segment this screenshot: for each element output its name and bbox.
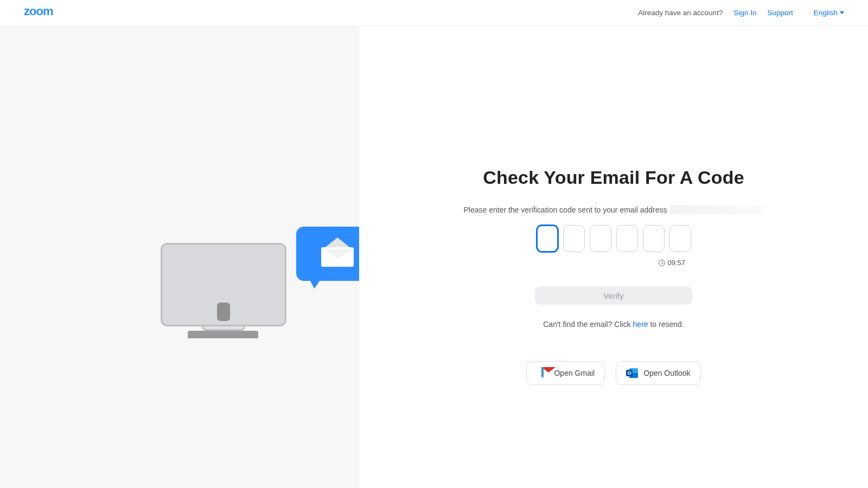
- outlook-icon: O: [626, 368, 638, 378]
- monitor-button-icon: [217, 303, 230, 321]
- svg-text:zoom: zoom: [24, 5, 53, 17]
- open-outlook-label: Open Outlook: [643, 369, 690, 377]
- code-input-5[interactable]: [643, 225, 665, 252]
- sign-in-link[interactable]: Sign In: [733, 9, 756, 17]
- code-input-2[interactable]: [563, 225, 585, 252]
- monitor-base-icon: [188, 331, 258, 338]
- language-label: English: [814, 9, 838, 17]
- page-title: Check Your Email For A Code: [462, 167, 765, 188]
- already-account-text: Already have an account?: [638, 9, 723, 17]
- resend-link[interactable]: here: [633, 320, 648, 329]
- gmail-icon: [537, 368, 548, 378]
- code-input-4[interactable]: [616, 225, 638, 252]
- open-gmail-button[interactable]: Open Gmail: [526, 361, 605, 385]
- open-email-row: Open Gmail O Open Outlook: [462, 361, 765, 385]
- resend-text: Can't find the email? Click here to rese…: [462, 320, 765, 329]
- timer-value: 09:57: [667, 259, 685, 267]
- code-input-6[interactable]: [669, 225, 691, 252]
- email-address-redacted: [671, 206, 764, 214]
- timer-row: 09:57: [542, 259, 685, 267]
- clock-icon: [659, 260, 665, 266]
- content: Check Your Email For A Code Please enter…: [0, 26, 868, 488]
- left-panel: [0, 26, 359, 488]
- illustration: [161, 227, 388, 351]
- code-input-1[interactable]: [537, 225, 558, 252]
- resend-suffix: to resend.: [648, 320, 684, 329]
- code-input-3[interactable]: [590, 225, 611, 252]
- code-inputs: [462, 225, 765, 252]
- header: zoom Already have an account? Sign In Su…: [0, 0, 868, 26]
- right-panel: Check Your Email For A Code Please enter…: [359, 26, 868, 488]
- open-outlook-button[interactable]: O Open Outlook: [616, 361, 700, 385]
- open-gmail-label: Open Gmail: [554, 369, 595, 377]
- chat-bubble-tail-icon: [308, 273, 327, 289]
- resend-prefix: Can't find the email? Click: [543, 320, 633, 329]
- verify-button[interactable]: Verify: [535, 286, 692, 305]
- support-link[interactable]: Support: [767, 9, 793, 17]
- zoom-logo-icon: zoom: [24, 5, 76, 17]
- description-row: Please enter the verification code sent …: [462, 206, 765, 214]
- description-text: Please enter the verification code sent …: [463, 206, 667, 214]
- chevron-down-icon: [840, 11, 844, 14]
- header-right: Already have an account? Sign In Support…: [638, 9, 844, 17]
- envelope-icon: [321, 242, 354, 264]
- verification-form: Check Your Email For A Code Please enter…: [462, 167, 765, 385]
- zoom-logo: zoom: [24, 5, 76, 21]
- language-selector[interactable]: English: [814, 9, 844, 17]
